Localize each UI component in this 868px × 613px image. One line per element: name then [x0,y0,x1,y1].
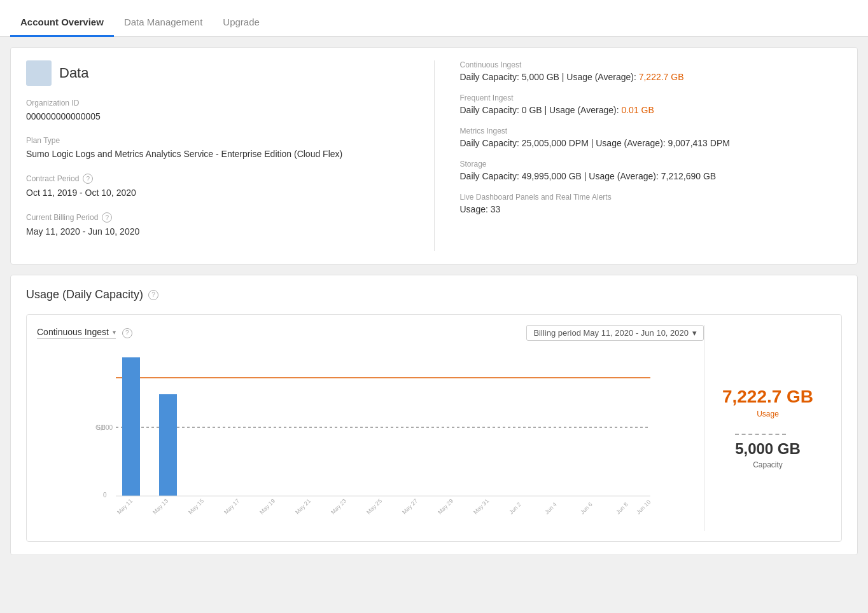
contract-period-group: Contract Period ? Oct 11, 2019 - Oct 10,… [26,174,409,200]
ingest-type-chevron-icon: ▾ [113,329,116,336]
live-dashboard-field: Live Dashboard Panels and Real Time Aler… [460,193,843,214]
account-info-card: Data Organization ID 000000000000005 Pla… [10,47,858,265]
x-label-may17: May 17 [223,498,241,516]
storage-label: Storage [460,160,843,169]
x-label-may29: May 29 [437,498,454,516]
frequent-ingest-alert: 0.01 GB [621,105,654,115]
main-content: Data Organization ID 000000000000005 Pla… [0,37,868,565]
capacity-value-panel: 5,000 GB Capacity [735,434,801,469]
continuous-ingest-alert: 7,222.7 GB [639,72,684,82]
usage-value-panel: 7,222.7 GB Usage [722,387,813,418]
tab-data-management[interactable]: Data Management [114,9,213,37]
billing-period-help-icon[interactable]: ? [102,212,112,223]
bar-may11 [122,357,140,496]
usage-number: 7,222.7 GB [722,387,813,407]
chart-container: Continuous Ingest ▾ ? Billing period May… [26,314,842,542]
account-left-column: Data Organization ID 000000000000005 Pla… [26,60,434,251]
frequent-ingest-value: Daily Capacity: 0 GB | Usage (Average): … [460,105,843,115]
contract-period-label: Contract Period ? [26,174,409,184]
metrics-ingest-label: Metrics Ingest [460,127,843,135]
metrics-ingest-value: Daily Capacity: 25,005,000 DPM | Usage (… [460,138,843,148]
x-label-jun10: Jun 10 [635,499,652,515]
x-label-may15: May 15 [187,498,205,516]
x-label-may27: May 27 [401,498,419,516]
tabs-bar: Account Overview Data Management Upgrade [0,0,868,37]
x-label-may11: May 11 [116,498,134,516]
tab-upgrade[interactable]: Upgrade [213,9,270,37]
frequent-ingest-field: Frequent Ingest Daily Capacity: 0 GB | U… [460,93,843,115]
org-id-label: Organization ID [26,99,409,107]
plan-type-label: Plan Type [26,136,409,145]
frequent-ingest-label: Frequent Ingest [460,93,843,102]
x-label-may21: May 21 [294,498,312,516]
x-label-may23: May 23 [330,498,347,516]
continuous-ingest-field: Continuous Ingest Daily Capacity: 5,000 … [460,60,843,82]
capacity-y-label: 5,000 [97,424,113,431]
org-id-group: Organization ID 000000000000005 [26,99,409,123]
billing-period-value: May 11, 2020 - Jun 10, 2020 [26,225,409,238]
x-label-may13: May 13 [151,498,169,516]
usage-help-icon[interactable]: ? [148,290,158,300]
capacity-number: 5,000 GB [735,440,801,458]
org-title-row: Data [26,60,409,86]
x-label-jun4: Jun 4 [543,501,558,516]
billing-period-group: Current Billing Period ? May 11, 2020 - … [26,212,409,238]
live-dashboard-value: Usage: 33 [460,204,843,214]
contract-period-help-icon[interactable]: ? [83,174,93,184]
billing-period-dropdown[interactable]: Billing period May 11, 2020 - Jun 10, 20… [526,325,704,341]
storage-field: Storage Daily Capacity: 49,995,000 GB | … [460,160,843,181]
usage-card: Usage (Daily Capacity) ? Continuous Inge… [10,275,858,555]
plan-type-value: Sumo Logic Logs and Metrics Analytics Se… [26,148,409,161]
usage-label: Usage [722,410,813,418]
contract-period-value: Oct 11, 2019 - Oct 10, 2020 [26,186,409,200]
plan-type-group: Plan Type Sumo Logic Logs and Metrics An… [26,136,409,161]
billing-period-label: Current Billing Period ? [26,212,409,223]
chart-right-panel: 7,222.7 GB Usage 5,000 GB Capacity [704,325,831,531]
x-label-jun8: Jun 8 [615,501,629,516]
bar-chart-svg: GB 5,000 0 May 11 May 13 [37,351,704,529]
capacity-dashed-line [735,434,786,435]
continuous-ingest-value: Daily Capacity: 5,000 GB | Usage (Averag… [460,72,843,82]
continuous-ingest-label: Continuous Ingest [460,60,843,69]
capacity-label: Capacity [735,460,801,469]
billing-period-chevron-icon: ▾ [692,328,697,338]
x-label-may31: May 31 [472,498,490,516]
chart-controls: Continuous Ingest ▾ ? Billing period May… [37,325,704,341]
x-label-jun6: Jun 6 [579,501,594,516]
ingest-type-dropdown[interactable]: Continuous Ingest ▾ [37,327,116,339]
storage-value: Daily Capacity: 49,995,000 GB | Usage (A… [460,171,843,181]
org-id-value: 000000000000005 [26,110,409,123]
x-label-may25: May 25 [365,498,383,516]
org-avatar [26,60,52,86]
chart-help-icon[interactable]: ? [122,328,132,338]
bar-may13 [159,394,177,496]
chart-svg-wrapper: GB 5,000 0 May 11 May 13 [37,351,704,531]
zero-y-label: 0 [103,492,107,499]
metrics-ingest-field: Metrics Ingest Daily Capacity: 25,005,00… [460,127,843,148]
account-right-column: Continuous Ingest Daily Capacity: 5,000 … [434,60,843,251]
x-label-may19: May 19 [258,498,276,516]
x-label-jun2: Jun 2 [508,501,522,516]
live-dashboard-label: Live Dashboard Panels and Real Time Aler… [460,193,843,202]
usage-title: Usage (Daily Capacity) ? [26,288,842,301]
chart-left: Continuous Ingest ▾ ? Billing period May… [37,325,704,531]
org-name: Data [59,65,88,81]
tab-account-overview[interactable]: Account Overview [10,9,114,37]
